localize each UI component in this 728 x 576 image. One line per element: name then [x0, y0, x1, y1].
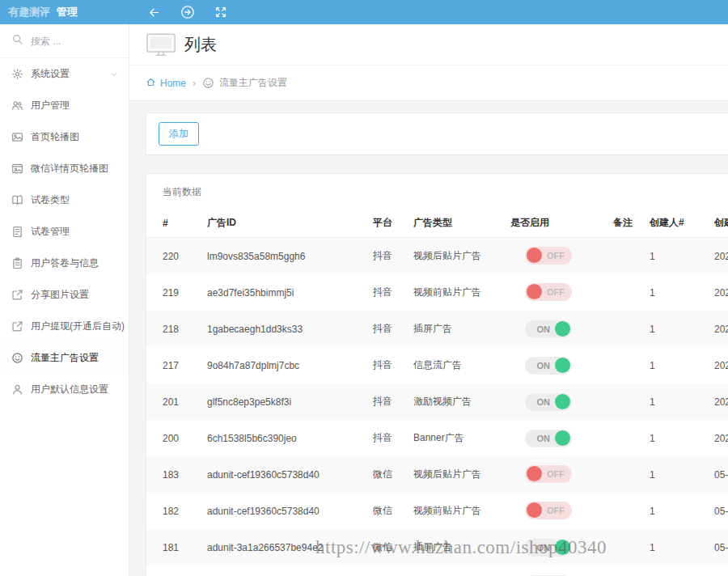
sidebar-item-2[interactable]: 用户管理: [0, 90, 129, 121]
sidebar-item-9[interactable]: 用户提现(开通后自动): [0, 311, 129, 342]
cell-ad-id: lm9ovs835a58m5ggh6: [207, 251, 373, 262]
cell-index: 217: [163, 360, 207, 371]
table-row: 220 lm9ovs835a58m5ggh6 抖音 视频后贴片广告 OFF 1 …: [146, 238, 728, 274]
cell-ad-type: 插屏广告: [413, 322, 510, 336]
toggle-label: OFF: [542, 251, 569, 260]
cell-ad-type: Banner广告: [413, 431, 510, 445]
breadcrumb-current-label: 流量主广告设置: [219, 76, 287, 90]
sidebar-item-8[interactable]: 分享图片设置: [0, 279, 129, 311]
toggle-knob: [527, 466, 542, 481]
table-row: 182 adunit-cef19360c5738d40 微信 视频前贴片广告 O…: [146, 493, 728, 529]
share-icon: [11, 289, 23, 301]
toggle-knob: [555, 394, 570, 409]
sidebar-item-5[interactable]: 试卷类型: [0, 184, 129, 216]
cell-ad-type: 视频前贴片广告: [413, 286, 510, 299]
brand-suffix: 管理: [57, 6, 78, 18]
toggle-label: ON: [532, 397, 556, 407]
cell-ad-id: adunit-3a1a266537be94e2: [207, 542, 373, 553]
table-row: 181 adunit-3a1a266537be94e2 微信 插屏广告 ON 1…: [146, 529, 728, 565]
cell-index: 218: [163, 324, 207, 335]
col-header-ad-id: 广告ID: [207, 216, 373, 230]
search-icon: [11, 33, 23, 49]
cell-enabled: ON: [510, 539, 613, 557]
cell-index: 201: [163, 396, 207, 408]
cell-ad-id: 9o84h7a87dplmj7cbc: [207, 360, 373, 371]
back-arrow-icon[interactable]: [147, 6, 161, 19]
enabled-toggle[interactable]: OFF: [525, 465, 572, 483]
cell-platform: 微信: [373, 468, 413, 481]
enabled-toggle[interactable]: OFF: [525, 283, 572, 301]
sidebar-item-3[interactable]: 首页轮播图: [0, 121, 129, 153]
toolbar-panel: 添加: [146, 112, 728, 155]
sidebar-item-label: 分享图片设置: [31, 288, 89, 302]
cell-index: 220: [163, 251, 207, 262]
sidebar-item-label: 试卷类型: [31, 193, 70, 207]
enabled-toggle[interactable]: OFF: [525, 502, 572, 519]
col-header-ad-type: 广告类型: [413, 216, 510, 230]
breadcrumb-home-label: Home: [160, 78, 186, 89]
cell-creator: 1: [650, 287, 714, 299]
breadcrumb-home[interactable]: Home: [146, 77, 186, 90]
cell-ad-id: 6ch1538l5b6c390jeo: [207, 433, 373, 444]
enabled-toggle[interactable]: ON: [525, 539, 572, 557]
table-row: 201 glf5nc8ep3pe5k8f3i 抖音 激励视频广告 ON 1 20…: [146, 383, 728, 420]
sidebar-item-4[interactable]: 微信详情页轮播图: [0, 153, 129, 184]
gear-icon: [11, 68, 23, 80]
cell-platform: 抖音: [373, 431, 413, 445]
sidebar-item-label: 用户默认信息设置: [31, 383, 108, 396]
cell-enabled: ON: [510, 430, 613, 447]
cell-enabled: ON: [510, 320, 613, 338]
book-icon: [11, 194, 23, 206]
cell-created: 05-: [714, 506, 728, 517]
sidebar-item-label: 微信详情页轮播图: [31, 162, 108, 176]
home-icon: [146, 77, 156, 90]
enabled-toggle[interactable]: OFF: [525, 247, 572, 265]
sidebar: 系统设置 用户管理 首页轮播图 微信详情页轮播图 试卷类型 试卷管理 用户答卷与…: [0, 24, 129, 576]
sidebar-item-11[interactable]: 用户默认信息设置: [0, 374, 129, 405]
enabled-toggle[interactable]: ON: [525, 357, 572, 375]
cell-enabled: OFF: [510, 502, 613, 521]
smiley-icon: [202, 77, 214, 89]
cell-creator: 1: [650, 506, 714, 517]
sidebar-item-6[interactable]: 试卷管理: [0, 216, 129, 248]
chevron-down-icon: [109, 70, 119, 79]
sidebar-search: [0, 24, 129, 58]
table-row: 200 6ch1538l5b6c390jeo 抖音 Banner广告 ON 1 …: [146, 420, 728, 456]
breadcrumb-current: 流量主广告设置: [202, 76, 287, 90]
topbar: 有趣测评 管理: [0, 0, 728, 24]
enabled-toggle[interactable]: ON: [525, 430, 572, 447]
cell-creator: 1: [650, 251, 714, 262]
sidebar-item-1[interactable]: 系统设置: [0, 58, 129, 90]
cell-created: 05-: [714, 469, 728, 481]
page-title: 列表: [184, 34, 217, 56]
col-header-created: 创建时间: [714, 216, 728, 230]
sidebar-item-label: 首页轮播图: [31, 130, 79, 144]
sidebar-item-7[interactable]: 用户答卷与信息: [0, 248, 129, 279]
toggle-label: OFF: [542, 469, 569, 479]
forward-circle-icon[interactable]: [180, 5, 195, 19]
search-input[interactable]: [31, 36, 116, 47]
sidebar-item-10[interactable]: 流量主广告设置: [0, 342, 129, 374]
cell-created: 202: [714, 251, 728, 262]
sidebar-item-label: 试卷管理: [31, 225, 70, 239]
cell-platform: 微信: [373, 504, 413, 518]
page-header: 列表: [129, 24, 728, 65]
monitor-icon: [146, 32, 176, 57]
fullscreen-icon[interactable]: [214, 6, 227, 19]
sidebar-item-label: 用户管理: [31, 99, 70, 112]
table-panel: 当前数据 # 广告ID 平台 广告类型 是否启用 备注 创建人# 创建时间 22…: [146, 173, 728, 576]
user-icon: [11, 383, 23, 396]
cell-platform: 抖音: [373, 249, 413, 263]
enabled-toggle[interactable]: ON: [525, 320, 572, 338]
cell-enabled: ON: [510, 357, 613, 375]
enabled-toggle[interactable]: ON: [525, 393, 572, 411]
table-row: 180 adunit-6d813000785a9a9e 微信 信息流广告 ON …: [146, 565, 728, 576]
toggle-knob: [527, 284, 542, 299]
toggle-knob: [527, 248, 542, 263]
topbar-icons: [147, 5, 227, 19]
toggle-label: ON: [532, 434, 556, 443]
table-row: 219 ae3d7fei35hbimmj5i 抖音 视频前贴片广告 OFF 1 …: [146, 274, 728, 311]
cell-creator: 1: [650, 469, 714, 481]
add-button[interactable]: 添加: [159, 122, 199, 146]
cell-creator: 1: [650, 542, 714, 553]
